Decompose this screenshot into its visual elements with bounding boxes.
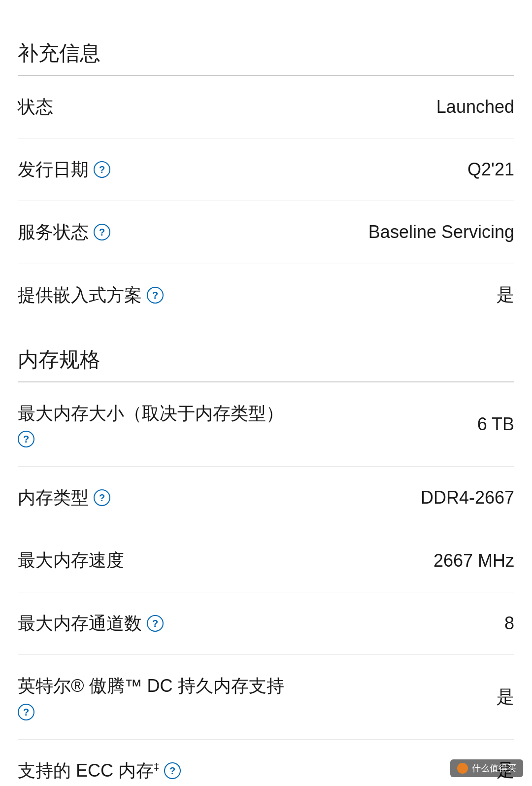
intel-optane-label: 英特尔® 傲腾™ DC 持久内存支持 ? <box>18 674 291 720</box>
memory-spec-section: 内存规格 最大内存大小（取决于内存类型） ? 6 TB 内存类型 ? DDR4-… <box>18 341 514 786</box>
intel-optane-help-icon[interactable]: ? <box>18 704 34 720</box>
service-status-value: Baseline Servicing <box>368 222 514 242</box>
ecc-memory-help-icon[interactable]: ? <box>164 762 181 779</box>
intel-optane-value: 是 <box>497 685 514 709</box>
watermark-icon <box>457 763 468 774</box>
max-memory-channels-value: 8 <box>504 613 514 634</box>
service-status-row: 服务状态 ? Baseline Servicing <box>18 201 514 264</box>
ecc-superscript: ‡ <box>154 761 159 772</box>
max-memory-size-row: 最大内存大小（取决于内存类型） ? 6 TB <box>18 382 514 467</box>
page-container: 补充信息 状态 Launched 发行日期 ? Q2'21 服务状态 ? Bas… <box>0 0 532 786</box>
max-memory-size-label: 最大内存大小（取决于内存类型） ? <box>18 401 291 447</box>
intel-optane-row: 英特尔® 傲腾™ DC 持久内存支持 ? 是 <box>18 655 514 739</box>
watermark-text: 什么值得买 <box>472 762 516 774</box>
memory-type-label: 内存类型 ? <box>18 485 110 510</box>
supplementary-section: 补充信息 状态 Launched 发行日期 ? Q2'21 服务状态 ? Bas… <box>18 34 514 326</box>
max-memory-channels-label: 最大内存通道数 ? <box>18 611 164 636</box>
embedded-help-icon[interactable]: ? <box>147 287 164 304</box>
supplementary-title: 补充信息 <box>18 34 514 75</box>
memory-spec-title: 内存规格 <box>18 341 514 381</box>
ecc-memory-label: 支持的 ECC 内存‡ ? <box>18 758 181 783</box>
max-memory-speed-row: 最大内存速度 2667 MHz <box>18 529 514 592</box>
release-date-value: Q2'21 <box>467 159 514 180</box>
release-date-row: 发行日期 ? Q2'21 <box>18 138 514 201</box>
max-memory-channels-help-icon[interactable]: ? <box>147 615 164 632</box>
release-date-label: 发行日期 ? <box>18 157 110 182</box>
memory-type-value: DDR4-2667 <box>421 487 514 508</box>
max-memory-speed-value: 2667 MHz <box>433 550 514 571</box>
max-memory-speed-label: 最大内存速度 <box>18 548 124 573</box>
max-memory-size-value: 6 TB <box>477 414 514 435</box>
service-status-label: 服务状态 ? <box>18 220 110 244</box>
watermark: 什么值得买 <box>450 759 523 777</box>
embedded-value: 是 <box>497 283 514 307</box>
memory-type-help-icon[interactable]: ? <box>94 489 110 506</box>
embedded-label: 提供嵌入式方案 ? <box>18 283 164 308</box>
status-value: Launched <box>436 97 514 117</box>
memory-type-row: 内存类型 ? DDR4-2667 <box>18 467 514 529</box>
embedded-row: 提供嵌入式方案 ? 是 <box>18 264 514 326</box>
service-status-help-icon[interactable]: ? <box>94 224 110 240</box>
status-label: 状态 <box>18 95 53 119</box>
max-memory-channels-row: 最大内存通道数 ? 8 <box>18 592 514 655</box>
status-row: 状态 Launched <box>18 76 514 138</box>
max-memory-size-help-icon[interactable]: ? <box>18 431 34 447</box>
release-date-help-icon[interactable]: ? <box>94 161 110 178</box>
ecc-memory-row: 支持的 ECC 内存‡ ? 是 <box>18 740 514 786</box>
